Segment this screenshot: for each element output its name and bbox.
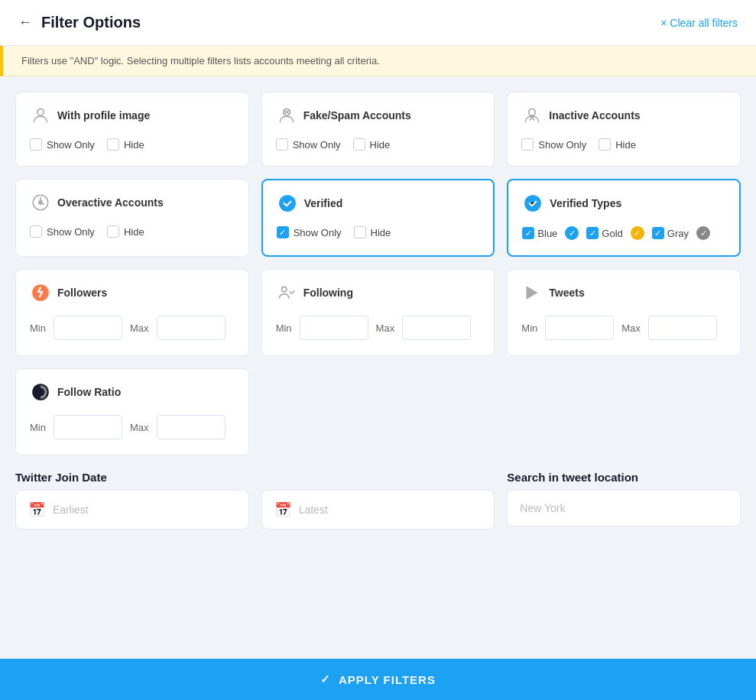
earliest-date-card[interactable]: 📅 Earliest	[15, 490, 249, 530]
verified-show-only[interactable]: Show Only	[277, 226, 342, 238]
inactive-icon	[521, 105, 543, 126]
overactive-icon	[30, 192, 51, 213]
followers-max-label: Max	[130, 322, 149, 334]
latest-date-card[interactable]: 📅 Latest	[261, 490, 495, 530]
overactive-show-only-checkbox[interactable]	[30, 225, 42, 238]
clear-filters-button[interactable]: × Clear all filters	[660, 17, 738, 29]
verified-hide[interactable]: Hide	[354, 226, 391, 238]
fake-spam-icon	[276, 105, 297, 126]
followers-max-input[interactable]	[157, 316, 226, 340]
profile-image-show-only-checkbox[interactable]	[30, 138, 42, 151]
overactive-hide[interactable]: Hide	[107, 225, 144, 238]
fake-spam-card: Fake/Spam Accounts Show Only Hide	[261, 92, 495, 167]
inactive-title: Inactive Accounts	[549, 109, 640, 122]
location-card[interactable]	[507, 490, 741, 527]
verified-gray-checkbox[interactable]	[652, 227, 664, 239]
svg-point-12	[281, 287, 287, 292]
profile-image-hide[interactable]: Hide	[107, 138, 144, 151]
following-min-input[interactable]	[300, 316, 368, 340]
profile-image-hide-checkbox[interactable]	[107, 138, 119, 151]
follow-ratio-min-input[interactable]	[54, 415, 122, 439]
twitter-join-date-title: Twitter Join Date	[15, 471, 495, 490]
verified-types-card: Verified Types Blue ✓ Gold ✓ Gra	[507, 179, 741, 257]
following-card: Following Min Max	[261, 269, 495, 356]
verified-title: Verified	[304, 197, 343, 209]
info-banner: Filters use "AND" logic. Selecting multi…	[0, 46, 756, 76]
followers-min-input[interactable]	[54, 316, 122, 340]
blue-badge: ✓	[565, 226, 579, 240]
profile-image-card: With profile image Show Only Hide	[15, 92, 249, 167]
latest-date-label: Latest	[299, 504, 482, 516]
date-location-section: Twitter Join Date 📅 Earliest �	[15, 471, 741, 530]
svg-point-8	[39, 201, 42, 204]
svg-point-15	[37, 388, 45, 397]
followers-card: Followers Min Max	[15, 269, 249, 356]
verified-hide-checkbox[interactable]	[354, 226, 366, 238]
apply-filters-button[interactable]: ✓ APPLY FILTERS	[14, 672, 742, 686]
following-max-label: Max	[376, 322, 395, 334]
fake-spam-title: Fake/Spam Accounts	[303, 109, 411, 122]
follow-ratio-max-input[interactable]	[157, 415, 226, 439]
follow-ratio-title: Follow Ratio	[57, 386, 121, 398]
filter-row-4: Follow Ratio Min Max	[15, 368, 741, 455]
followers-icon	[30, 282, 51, 303]
apply-filters-bar[interactable]: ✓ APPLY FILTERS	[0, 659, 756, 700]
tweets-max-label: Max	[621, 322, 641, 334]
tweets-max-input[interactable]	[648, 316, 717, 340]
verified-gold-option[interactable]: Gold	[586, 227, 622, 239]
page-title: Filter Options	[41, 14, 141, 31]
profile-image-title: With profile image	[57, 109, 150, 122]
tweets-min-input[interactable]	[545, 316, 614, 340]
fake-spam-hide-checkbox[interactable]	[353, 138, 365, 151]
follow-ratio-min-label: Min	[30, 422, 46, 433]
inactive-hide[interactable]: Hide	[599, 138, 636, 151]
verified-show-only-checkbox[interactable]	[277, 226, 289, 238]
inactive-show-only-checkbox[interactable]	[521, 138, 534, 151]
tweets-card: Tweets Min Max	[507, 269, 741, 356]
follow-ratio-icon	[30, 381, 51, 403]
tweets-title: Tweets	[549, 287, 584, 299]
location-input[interactable]	[520, 502, 728, 514]
verified-gold-checkbox[interactable]	[586, 227, 599, 239]
verified-card: Verified Show Only Hide	[261, 179, 495, 257]
apply-checkmark-icon: ✓	[320, 672, 331, 686]
tweets-icon	[521, 282, 543, 303]
fake-spam-hide[interactable]: Hide	[353, 138, 391, 151]
overactive-hide-checkbox[interactable]	[107, 225, 119, 238]
svg-marker-13	[527, 286, 538, 299]
gold-badge: ✓	[631, 226, 644, 240]
following-icon	[276, 282, 297, 303]
fake-spam-show-only[interactable]: Show Only	[276, 138, 341, 151]
location-title: Search in tweet location	[507, 471, 741, 490]
verified-blue-option[interactable]: Blue	[522, 227, 557, 239]
verified-icon	[277, 193, 298, 214]
twitter-join-date-group: Twitter Join Date 📅 Earliest �	[15, 471, 495, 530]
verified-gray-option[interactable]: Gray	[652, 227, 689, 239]
svg-point-4	[529, 109, 536, 115]
verified-types-icon	[522, 193, 543, 214]
svg-point-0	[37, 109, 44, 115]
back-button[interactable]: ←	[18, 15, 32, 31]
followers-min-label: Min	[30, 322, 46, 334]
overactive-show-only[interactable]: Show Only	[30, 225, 95, 238]
verified-blue-checkbox[interactable]	[522, 227, 534, 239]
inactive-hide-checkbox[interactable]	[599, 138, 611, 151]
calendar-icon-latest: 📅	[274, 501, 291, 518]
inactive-show-only[interactable]: Show Only	[521, 138, 586, 151]
overactive-title: Overactive Accounts	[57, 196, 164, 209]
following-max-input[interactable]	[402, 316, 471, 340]
filter-row-1: With profile image Show Only Hide	[15, 92, 741, 167]
main-content: With profile image Show Only Hide	[0, 76, 756, 700]
header: ← Filter Options × Clear all filters	[0, 0, 756, 46]
profile-image-show-only[interactable]: Show Only	[30, 138, 95, 151]
fake-spam-show-only-checkbox[interactable]	[276, 138, 288, 151]
filter-row-2: Overactive Accounts Show Only Hide	[15, 179, 741, 257]
inactive-card: Inactive Accounts Show Only Hide	[507, 92, 741, 167]
follow-ratio-card: Follow Ratio Min Max	[15, 368, 249, 455]
overactive-card: Overactive Accounts Show Only Hide	[15, 179, 249, 257]
apply-filters-label: APPLY FILTERS	[339, 673, 436, 686]
filter-row-3: Followers Min Max	[15, 269, 741, 356]
profile-image-icon	[30, 105, 51, 126]
verified-types-title: Verified Types	[550, 197, 621, 209]
followers-title: Followers	[57, 287, 107, 299]
